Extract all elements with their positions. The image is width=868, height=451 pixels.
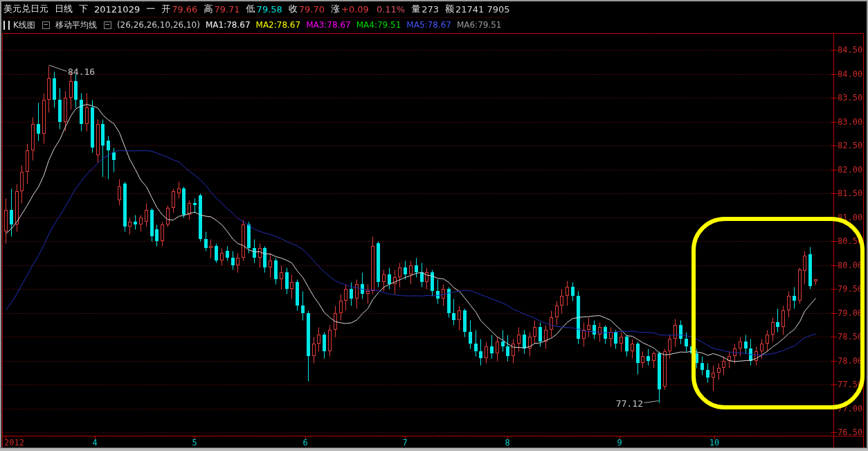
ma-value-label: MA3:78.67 (306, 20, 351, 30)
collapse-ma-icon[interactable]: − (104, 21, 111, 29)
chart-type-label[interactable]: K线图 (13, 19, 35, 31)
quote-field-value: 21741 7905 (455, 4, 510, 15)
quote-field-label: 涨 (331, 3, 340, 15)
quote-field-value: 79.58 (257, 4, 282, 15)
indicator-bar: K线图 − 移动平均线 − (26,26,26,10,26,10) MA1:78… (3, 17, 507, 32)
date-label: 20121029 (94, 4, 140, 15)
weekday-label: 一 (146, 3, 155, 15)
window-bottom-edge (0, 448, 868, 451)
quote-field-label: 开 (161, 3, 170, 15)
quote-field-value: 79.70 (299, 4, 325, 15)
ma-value-labels: MA1:78.67MA2:78.67MA3:78.67MA4:79.51MA5:… (206, 20, 507, 30)
quote-field-label: 高 (204, 3, 213, 15)
ma-value-label: MA5:78.67 (406, 20, 451, 30)
candlestick-chart[interactable] (0, 0, 868, 451)
quote-field-value: 273 (422, 4, 439, 15)
window-left-edge (0, 0, 1, 451)
quote-field-label: 额 (445, 3, 454, 15)
window-top-edge (0, 0, 868, 1)
ma-value-label: MA4:79.51 (356, 20, 401, 30)
ma-params-label: (26,26,26,10,26,10) (117, 20, 200, 30)
quote-header: 美元兑日元 日线 下 20121029 一 开79.66高79.71低79.58… (3, 2, 516, 16)
quote-field-value: 79.66 (172, 4, 197, 15)
indicator-name-label[interactable]: 移动平均线 (55, 19, 97, 31)
quote-field-label: 量 (411, 3, 420, 15)
ma-value-label: MA1:78.67 (206, 20, 251, 30)
collapse-kline-icon[interactable]: − (42, 21, 50, 29)
quote-field-value: 0.11% (377, 4, 405, 15)
symbol-name: 美元兑日元 (3, 3, 48, 15)
ma-value-label: MA6:79.51 (457, 20, 502, 30)
quote-field-label: 收 (289, 3, 298, 15)
quote-fields: 开79.66高79.71低79.58收79.70涨+0.090.11%量273额… (161, 3, 516, 15)
quote-field-value: 79.71 (214, 4, 239, 15)
period-label[interactable]: 日线 (55, 3, 73, 15)
quote-field-label: 低 (246, 3, 255, 15)
mode-label: 下 (79, 3, 88, 15)
chart-app-window: 美元兑日元 日线 下 20121029 一 开79.66高79.71低79.58… (0, 0, 868, 451)
quote-field-value: +0.09 (341, 4, 369, 15)
pane-resize-handle-icon[interactable] (3, 21, 10, 30)
ma-value-label: MA2:78.67 (256, 20, 301, 30)
